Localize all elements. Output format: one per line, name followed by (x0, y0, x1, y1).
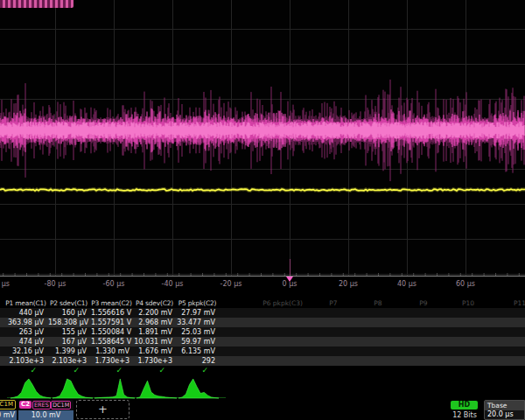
measure-value: 1.556616 V (91, 308, 132, 318)
measure-table-row: P1 mean(C1)P2 sdev(C1)P3 mean(C2)P4 sdev… (0, 298, 525, 308)
time-axis-label: -20 µs (212, 280, 250, 288)
measure-table-row: 440 µV160 µV1.556616 V2.200 mV27.97 mV (0, 308, 525, 318)
measure-value: 167 µV (48, 337, 89, 346)
time-axis: -100 µs-80 µs-60 µs-40 µs-20 µs0 µs20 µs… (0, 276, 525, 291)
measure-value: 292 (177, 356, 218, 366)
measure-value: 25.03 mV (177, 327, 218, 337)
measure-value: 33.477 mV (177, 318, 218, 327)
measure-param-header-inactive[interactable]: P11 (495, 298, 525, 308)
measure-status-icon: ✓ (5, 366, 46, 375)
measure-value: 363.98 µV (5, 318, 46, 327)
measure-value: 1.399 µV (48, 346, 89, 356)
hd-bits-label: 12 Bits (449, 411, 480, 419)
measure-table-row: 263 µV155 µV1.550084 V1.891 mV25.03 mV (0, 327, 525, 337)
measure-value: 1.676 mV (134, 346, 175, 356)
channel-c1-descriptor[interactable]: DC1M 10.0 mV (0, 400, 17, 420)
time-axis-label: -80 µs (36, 280, 74, 288)
measure-param-header[interactable]: P4 sdev(C2) (134, 298, 175, 308)
c2-channel-tag: C2 (19, 401, 32, 409)
measure-param-header[interactable]: P3 mean(C2) (91, 298, 132, 308)
measure-value: 1.558645 V (91, 337, 132, 346)
c2-eres-badge: ERES (32, 401, 51, 410)
measure-value: 1.730e+3 (91, 356, 132, 366)
histicon[interactable] (94, 377, 135, 399)
measure-value: 158.308 µV (48, 318, 89, 327)
measure-param-header-inactive[interactable]: P8 (354, 298, 402, 308)
measure-value: 32.16 µV (5, 346, 46, 356)
measure-param-header[interactable]: P5 pkpk(C2) (177, 298, 218, 308)
add-trace-button[interactable]: + (76, 400, 130, 419)
hd-mode-badge[interactable]: HD (451, 401, 478, 410)
time-axis-label: 60 µs (446, 280, 485, 288)
waveform-grid[interactable] (0, 0, 525, 277)
histicon-strip (0, 375, 525, 400)
timebase-value: 20.0 µs (485, 410, 524, 419)
oscilloscope-screen: -100 µs-80 µs-60 µs-40 µs-20 µs0 µs20 µs… (0, 0, 525, 420)
measure-table-row: ✓✓✓✓✓ (0, 366, 525, 375)
measure-status-icon: ✓ (48, 366, 89, 375)
time-axis-label: 0 µs (270, 280, 309, 288)
measure-value: 59.97 mV (177, 337, 218, 346)
measure-value: 6.135 mV (177, 346, 218, 356)
c1-vdiv-value: 10.0 mV (0, 410, 17, 420)
measure-value: 27.97 mV (177, 308, 218, 318)
measurement-table[interactable]: P1 mean(C1)P2 sdev(C1)P3 mean(C2)P4 sdev… (0, 298, 525, 376)
measure-param-header[interactable]: P1 mean(C1) (5, 298, 46, 308)
measure-table-row: 32.16 µV1.399 µV1.330 mV1.676 mV6.135 mV (0, 346, 525, 356)
status-bar: DC1M 10.0 mV C2 ERES DC1M 10.0 mV + HD 1… (0, 400, 525, 420)
measure-status-icon: ✓ (134, 366, 175, 375)
measure-value: 2.200 mV (134, 308, 175, 318)
measure-value: 440 µV (5, 308, 46, 318)
measure-value: 160 µV (48, 308, 89, 318)
measure-value: 1.557591 V (91, 318, 132, 327)
measure-value: 2.968 mV (134, 318, 175, 327)
histicon[interactable] (136, 377, 177, 399)
timebase-descriptor[interactable]: Tbase 20.0 µs (484, 400, 525, 420)
measure-param-header-inactive[interactable]: P7 (309, 298, 358, 308)
c2-coupling-badge: DC1M (51, 401, 71, 410)
time-axis-label: 40 µs (388, 280, 426, 288)
measure-value: 474 µV (5, 337, 46, 346)
c2-vdiv-value: 10.0 mV (18, 410, 74, 420)
toolbar-fragment (0, 0, 74, 8)
histicon[interactable] (178, 377, 219, 399)
time-axis-label: 20 µs (329, 280, 368, 288)
measure-table-row: 2.103e+32.103e+31.730e+31.730e+3292 (0, 356, 525, 366)
time-axis-label: -100 µs (0, 280, 16, 288)
histicon[interactable] (10, 377, 51, 399)
measure-param-header-inactive[interactable]: P10 (444, 298, 493, 308)
measure-value: 10.031 mV (134, 337, 175, 346)
measure-table-row: 363.98 µV158.308 µV1.557591 V2.968 mV33.… (0, 318, 525, 327)
waveform-plot (0, 0, 525, 277)
measure-value: 1.550084 V (91, 327, 132, 337)
measure-table-row: 474 µV167 µV1.558645 V10.031 mV59.97 mV (0, 337, 525, 346)
measure-param-header-inactive[interactable]: P6 pkpk(C3) (258, 298, 307, 308)
measure-value: 2.103e+3 (48, 356, 89, 366)
measure-value: 263 µV (5, 327, 46, 337)
measure-param-header-inactive[interactable]: P9 (399, 298, 448, 308)
c1-coupling-badge: DC1M (0, 400, 16, 410)
time-axis-label: -40 µs (153, 280, 192, 288)
measure-status-icon: ✓ (91, 366, 132, 375)
measure-value: 1.891 mV (134, 327, 175, 337)
measure-param-header[interactable]: P2 sdev(C1) (48, 298, 89, 308)
channel-c2-descriptor[interactable]: C2 ERES DC1M 10.0 mV (18, 400, 74, 420)
measure-value: 1.730e+3 (134, 356, 175, 366)
measure-value: 1.330 mV (91, 346, 132, 356)
measure-value: 155 µV (48, 327, 89, 337)
measure-status-icon: ✓ (177, 366, 218, 375)
time-axis-label: -60 µs (94, 280, 133, 288)
measure-value: 2.103e+3 (5, 356, 46, 366)
histicon[interactable] (52, 377, 93, 399)
